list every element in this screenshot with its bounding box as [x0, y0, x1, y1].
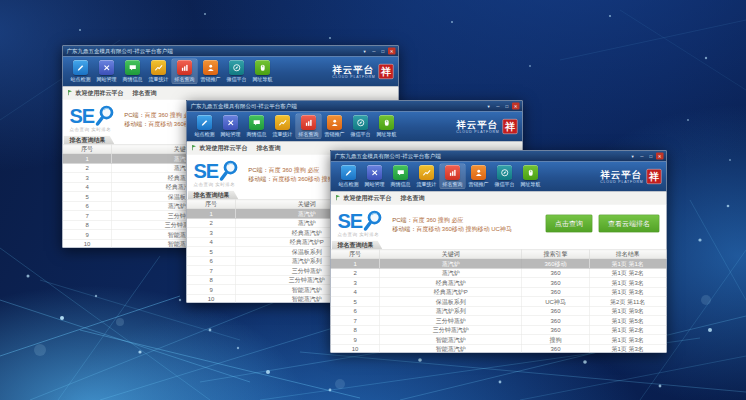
maximize-icon[interactable]: □ [647, 153, 655, 160]
breadcrumb-welcome: 欢迎使用祥云平台 [200, 144, 248, 153]
toolbar-item-biz-info[interactable]: 商情信息 [388, 164, 414, 190]
compass-icon [229, 60, 244, 75]
toolbar-item-site-check[interactable]: 站点检测 [68, 59, 94, 85]
table-row[interactable]: 4 经典蒸汽炉P 360 第1页 第3名 [331, 287, 667, 297]
titlebar[interactable]: 广东九鼎五金模具有限公司-祥云平台客户端 ▾ ─ □ ✕ [187, 101, 523, 112]
brand-badge-icon: 祥 [647, 169, 662, 184]
toolbar-item-site-nav[interactable]: 网址导航 [374, 114, 400, 140]
toolbar-items: 站点检测 网站管理 商情信息 流量统计 排名查询 营销推广 微信平台 网址导航 [192, 114, 400, 140]
toolbar-item-site-nav[interactable]: 网址导航 [250, 59, 276, 85]
toolbar-item-wechat-platform[interactable]: 微信平台 [348, 114, 374, 140]
table-row[interactable]: 5 保温板系列 UC神马 第2页 第11名 [331, 297, 667, 307]
table-row[interactable]: 7 三分钟蒸炉 360 第1页 第5名 [331, 316, 667, 326]
skin-icon[interactable]: ▾ [629, 153, 637, 160]
toolbar-item-wechat-platform[interactable]: 微信平台 [492, 164, 518, 190]
minimize-icon[interactable]: ─ [370, 48, 378, 55]
flag-icon [192, 145, 197, 151]
window-controls: ▾ ─ □ ✕ [361, 48, 396, 55]
people-icon [471, 165, 486, 180]
seo-logo-text: SE [70, 106, 95, 126]
skin-icon[interactable]: ▾ [361, 48, 369, 55]
breadcrumb: 欢迎使用祥云平台 排名查询 [63, 87, 399, 100]
toolbar-item-biz-info[interactable]: 商情信息 [120, 59, 146, 85]
brand-text: 祥云平台 CLOUD PLATFORM [600, 170, 643, 184]
maximize-icon[interactable]: □ [503, 103, 511, 110]
toolbar-item-rank-query[interactable]: 排名查询 [296, 114, 322, 140]
tab-ranking-results[interactable]: 排名查询结果 [64, 136, 115, 145]
mouse-icon [379, 115, 394, 130]
pencil-icon [341, 165, 356, 180]
magnifier-icon [362, 210, 383, 232]
query-button[interactable]: 点击查询 [546, 215, 593, 233]
app-window-front: 广东九鼎五金模具有限公司-祥云平台客户端 ▾ ─ □ ✕ 站点检测 网站管理 商… [330, 150, 667, 353]
wrench-icon [367, 165, 382, 180]
toolbar-item-marketing[interactable]: 营销推广 [322, 114, 348, 140]
magnifier-icon [218, 160, 239, 182]
toolbar-item-site-manage[interactable]: 网站管理 [362, 164, 388, 190]
close-icon[interactable]: ✕ [388, 48, 396, 55]
toolbar: 站点检测 网站管理 商情信息 流量统计 排名查询 营销推广 微信平台 网址导航 … [187, 112, 523, 142]
desktop: 广东九鼎五金模具有限公司-祥云平台客户端 ▾ ─ □ ✕ 站点检测 网站管理 商… [0, 0, 746, 400]
close-icon[interactable]: ✕ [656, 153, 664, 160]
table-row[interactable]: 6 蒸汽炉系列 360 第1页 第9名 [331, 306, 667, 316]
compass-icon [497, 165, 512, 180]
table-row[interactable]: 1 蒸汽炉 360移动 第1页 第1名 [331, 259, 667, 269]
pencil-icon [197, 115, 212, 130]
table-row[interactable]: 10 智能蒸汽炉 360 第1页 第3名 [331, 344, 667, 353]
chat-bubble-icon [393, 165, 408, 180]
toolbar-item-marketing[interactable]: 营销推广 [198, 59, 224, 85]
breadcrumb-section: 排名查询 [133, 89, 157, 98]
table-row[interactable]: 2 蒸汽炉 360 第1页 第2名 [331, 268, 667, 278]
brand: 祥云平台 CLOUD PLATFORM 祥 [600, 169, 661, 184]
tab-ranking-results[interactable]: 排名查询结果 [188, 191, 239, 200]
mouse-icon [255, 60, 270, 75]
maximize-icon[interactable]: □ [379, 48, 387, 55]
titlebar[interactable]: 广东九鼎五金模具有限公司-祥云平台客户端 ▾ ─ □ ✕ [63, 46, 399, 57]
toolbar-item-site-manage[interactable]: 网站管理 [94, 59, 120, 85]
seo-header-row: SE 点击查询 实时排名 PC端：百度 360 搜狗 必应 移动端：百度移动 3… [331, 205, 667, 241]
header-no: 序号 [331, 250, 380, 259]
table-row[interactable]: 8 三分钟蒸汽炉 360 第1页 第2名 [331, 325, 667, 335]
toolbar-item-traffic-stats[interactable]: 流量统计 [270, 114, 296, 140]
close-icon[interactable]: ✕ [512, 103, 520, 110]
table-row[interactable]: 3 经典蒸汽炉 360 第1页 第3名 [331, 278, 667, 288]
table-row[interactable]: 9 智能蒸汽炉 搜狗 第1页 第3名 [331, 335, 667, 345]
minimize-icon[interactable]: ─ [494, 103, 502, 110]
toolbar-item-biz-info[interactable]: 商情信息 [244, 114, 270, 140]
toolbar-item-site-check[interactable]: 站点检测 [336, 164, 362, 190]
toolbar-item-traffic-stats[interactable]: 流量统计 [414, 164, 440, 190]
toolbar-item-wechat-platform[interactable]: 微信平台 [224, 59, 250, 85]
window-controls: ▾ ─ □ ✕ [629, 153, 664, 160]
window-title: 广东九鼎五金模具有限公司-祥云平台客户端 [335, 152, 441, 160]
pencil-icon [73, 60, 88, 75]
line-chart-icon [275, 115, 290, 130]
table-head: 序号 关键词 搜索引擎 排名结果 [331, 250, 667, 259]
ranking-table: 序号 关键词 搜索引擎 排名结果 1 蒸汽炉 360移动 第1页 第1名 2 蒸… [331, 250, 667, 354]
mouse-icon [523, 165, 538, 180]
toolbar-item-marketing[interactable]: 营销推广 [466, 164, 492, 190]
brand-badge-icon: 祥 [503, 119, 518, 134]
breadcrumb: 欢迎使用祥云平台 排名查询 [331, 192, 667, 205]
bar-chart-icon [177, 60, 192, 75]
minimize-icon[interactable]: ─ [638, 153, 646, 160]
toolbar-item-site-check[interactable]: 站点检测 [192, 114, 218, 140]
brand-name: 祥云平台 [332, 65, 375, 75]
header-no: 序号 [63, 145, 112, 154]
toolbar: 站点检测 网站管理 商情信息 流量统计 排名查询 营销推广 微信平台 网址导航 … [63, 57, 399, 87]
toolbar-item-rank-query[interactable]: 排名查询 [440, 164, 466, 190]
breadcrumb-section: 排名查询 [257, 144, 281, 153]
toolbar-items: 站点检测 网站管理 商情信息 流量统计 排名查询 营销推广 微信平台 网址导航 [336, 164, 544, 190]
seo-tagline: 点击查询 实时排名 [338, 231, 384, 238]
view-cloud-rank-button[interactable]: 查看云端排名 [599, 215, 660, 233]
toolbar-items: 站点检测 网站管理 商情信息 流量统计 排名查询 营销推广 微信平台 网址导航 [68, 59, 276, 85]
titlebar[interactable]: 广东九鼎五金模具有限公司-祥云平台客户端 ▾ ─ □ ✕ [331, 151, 667, 162]
window-controls: ▾ ─ □ ✕ [485, 103, 520, 110]
toolbar-item-site-nav[interactable]: 网址导航 [518, 164, 544, 190]
toolbar-item-rank-query[interactable]: 排名查询 [172, 59, 198, 85]
tab-ranking-results[interactable]: 排名查询结果 [332, 241, 383, 250]
skin-icon[interactable]: ▾ [485, 103, 493, 110]
seo-logo-text: SE [194, 161, 219, 181]
toolbar-item-traffic-stats[interactable]: 流量统计 [146, 59, 172, 85]
flag-icon [336, 195, 341, 201]
toolbar-item-site-manage[interactable]: 网站管理 [218, 114, 244, 140]
